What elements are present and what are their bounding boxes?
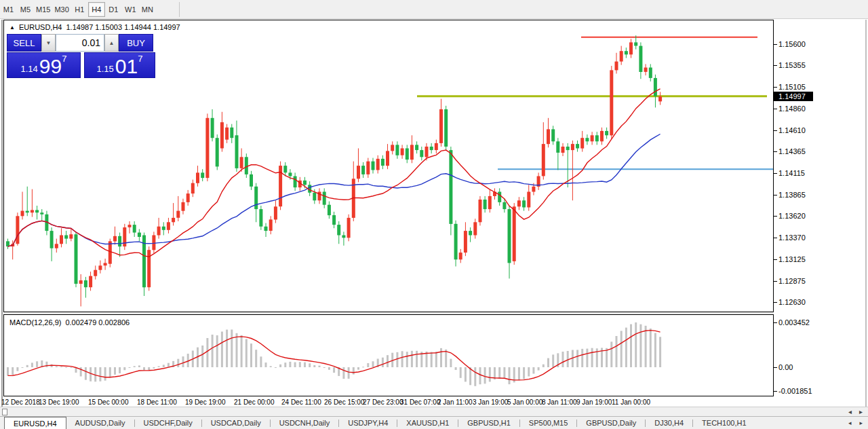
expand-arrow-icon[interactable]: ▲ [9,24,15,31]
price-axis-label: 1.12875 [778,277,806,285]
price-axis-tick [774,151,777,152]
chart-tab-bar: EURUSD,H4AUDUSD,DailyUSDCHF,DailyUSDCAD,… [0,416,868,429]
buy-button[interactable]: BUY [119,34,153,52]
date-axis-label: 27 Dec 23:00 [363,398,403,406]
macd-axis-tick [774,391,777,392]
lot-increase-button[interactable]: ▲ [104,34,119,52]
lot-size-input[interactable]: 0.01 [56,34,104,52]
date-axis-label: 24 Dec 11:00 [281,398,321,406]
tab-scroll-right-icon[interactable]: ▸ [859,419,863,426]
timeframe-button-w1[interactable]: W1 [122,2,139,17]
tab-scroll-arrows[interactable]: ◂▸ [848,416,863,429]
scrollbar-thumb[interactable] [2,409,7,415]
date-axis-label: 3 Jan 19:00 [473,398,508,406]
price-axis-label: 1.14610 [778,126,806,134]
price-axis-tick [774,65,777,66]
timeframe-button-m30[interactable]: M30 [52,2,71,17]
date-axis-label: 9 Jan 19:00 [576,398,612,406]
date-axis-label: 5 Jan 00:00 [507,398,542,406]
price-axis-tick [774,216,777,217]
macd-axis-label: -0.001851 [778,387,812,395]
sell-price-prefix: 1.14 [21,64,38,74]
price-axis-label: 1.14860 [778,105,806,113]
macd-indicator-header: MACD(12,26,9) 0.002479 0.002806 [9,318,130,327]
price-axis-label: 1.13620 [778,212,806,220]
tab-scroll-left-icon[interactable]: ◂ [848,419,852,426]
price-axis-tick [774,259,777,260]
date-axis-label: 21 Dec 00:00 [234,398,275,406]
price-axis-label: 1.13370 [778,234,806,242]
buy-price-pipette: 7 [138,54,142,64]
window-left-frame [1,20,3,417]
chart-tab-tech100-h1[interactable]: TECH100,H1 [693,417,755,429]
price-axis-tick [774,195,777,195]
price-axis-label: 1.15355 [778,61,806,69]
macd-axis-tick [774,322,777,323]
chart-tab-eurusd-h4[interactable]: EURUSD,H4 [4,417,66,429]
price-axis-tick [774,302,777,303]
panel-separator[interactable] [3,312,774,315]
timeframe-button-d1[interactable]: D1 [105,2,122,17]
price-axis-label: 1.14365 [778,147,806,155]
date-axis-label: 15 Dec 00:00 [88,398,129,406]
timeframe-button-mn[interactable]: MN [139,2,156,17]
date-axis-label: 2 Jan 11:00 [437,398,473,406]
chart-tab-usdcad-daily[interactable]: USDCAD,Daily [202,417,270,429]
price-axis-tick [774,173,777,174]
price-axis-tick [774,44,777,45]
buy-price-prefix: 1.15 [97,64,114,74]
chart-tab-usdjpy-h4[interactable]: USDJPY,H4 [339,417,397,429]
macd-axis-tick [774,367,777,368]
price-axis-tick [774,281,777,282]
chart-horizontal-scrollbar[interactable]: ◂ ▸ [0,407,868,416]
timeframe-toolbar: M1M5M15M30H1H4D1W1MN [0,0,868,19]
date-axis-label: 18 Dec 11:00 [137,398,177,406]
chart-tab-gbpusd-daily[interactable]: GBPUSD,Daily [577,417,645,429]
chart-ohlc-values: 1.14987 1.15003 1.14944 1.14997 [66,23,180,31]
current-price-tag: 1.14997 [774,92,813,101]
chart-tab-dj30-h4[interactable]: DJ30,H4 [646,417,692,429]
date-axis-label: 31 Dec 07:00 [400,398,441,406]
price-axis-tick [774,87,777,88]
price-axis-label: 1.13865 [778,191,806,199]
price-axis-tick [774,238,777,238]
lot-decrease-button[interactable]: ▼ [41,34,56,52]
date-axis-label: 19 Dec 19:00 [185,398,226,406]
chart-symbol-label: EURUSD,H4 [19,23,62,31]
timeframe-button-h4[interactable]: H4 [88,2,105,17]
timeframe-button-m1[interactable]: M1 [0,2,17,17]
timeframe-button-h1[interactable]: H1 [71,2,88,17]
chart-tab-xauusd-h1[interactable]: XAUUSD,H1 [397,417,458,429]
price-axis-label: 1.12630 [778,298,806,306]
timeframe-button-m5[interactable]: M5 [17,2,34,17]
macd-values: 0.002479 0.002806 [65,318,130,327]
chart-tab-usdchf-daily[interactable]: USDCHF,Daily [135,417,201,429]
price-axis-label: 1.14115 [778,169,805,177]
date-axis-label: 8 Jan 11:00 [542,398,577,406]
chart-tab-sp500-m15[interactable]: SP500,M15 [520,417,576,429]
scroll-right-icon[interactable]: ▸ [859,407,863,417]
price-axis-label: 1.15105 [778,83,806,91]
scroll-left-icon[interactable]: ◂ [848,407,852,417]
price-axis-label: 1.15600 [778,40,806,48]
window-right-frame [865,20,867,417]
date-axis-label: 13 Dec 19:00 [39,398,79,406]
sell-price-big: 99 [39,58,62,75]
date-axis-label: 26 Dec 15:00 [324,398,365,406]
sell-button[interactable]: SELL [7,34,41,52]
price-axis-tick [774,109,777,109]
chart-tab-usdcnh-daily[interactable]: USDCNH,Daily [271,417,339,429]
date-axis-label: 12 Dec 2018 [1,398,40,406]
chart-symbol-header: ▲ EURUSD,H4 1.14987 1.15003 1.14944 1.14… [9,23,180,31]
price-axis-tick [774,130,777,131]
chart-tab-gbpusd-h1[interactable]: GBPUSD,H1 [458,417,519,429]
macd-axis-label: 0.00 [778,363,793,371]
timeframe-button-m15[interactable]: M15 [34,2,52,17]
chart-tab-audusd-daily[interactable]: AUDUSD,Daily [66,417,134,429]
one-click-trading-panel: SELL ▼ 0.01 ▲ BUY 1.14 99 7 1.15 01 7 [7,34,156,78]
sell-price-display[interactable]: 1.14 99 7 [7,52,81,78]
toolbar-separator [179,2,180,17]
metatrader-window: M1M5M15M30H1H4D1W1MN ▲ EURUSD,H4 1.14987… [0,0,868,429]
buy-price-big: 01 [115,58,138,75]
buy-price-display[interactable]: 1.15 01 7 [84,52,155,78]
